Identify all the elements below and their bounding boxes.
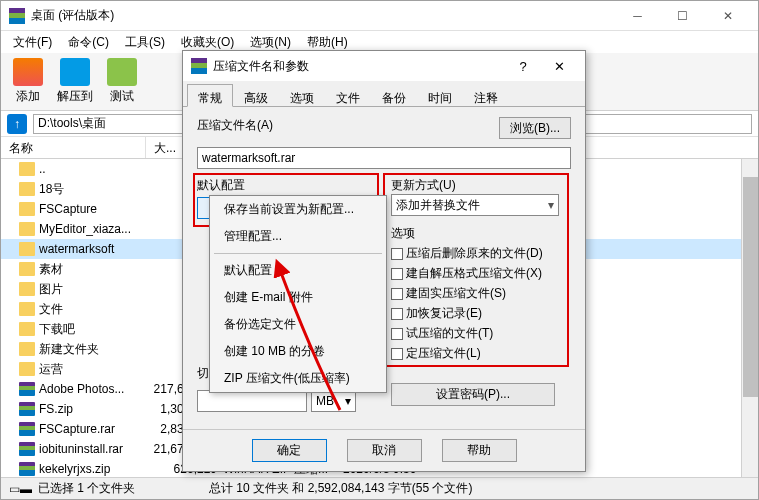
file-name: 素材 bbox=[39, 261, 147, 278]
statusbar: ▭▬已选择 1 个文件夹 总计 10 文件夹 和 2,592,084,143 字… bbox=[1, 477, 758, 499]
folder-icon bbox=[19, 322, 35, 336]
dialog-title: 压缩文件名和参数 bbox=[213, 58, 505, 75]
menu-file[interactable]: 文件(F) bbox=[5, 32, 60, 53]
dialog-footer: 确定 取消 帮助 bbox=[183, 429, 585, 471]
tab-comment[interactable]: 注释 bbox=[463, 84, 509, 106]
tab-general[interactable]: 常规 bbox=[187, 84, 233, 107]
toolbar-add[interactable]: 添加 bbox=[7, 56, 49, 107]
dialog-titlebar: 压缩文件名和参数 ? ✕ bbox=[183, 51, 585, 81]
file-name: .. bbox=[39, 162, 147, 176]
file-name: 新建文件夹 bbox=[39, 341, 147, 358]
dialog-help-button[interactable]: ? bbox=[505, 59, 541, 74]
folder-icon bbox=[19, 162, 35, 176]
folder-icon bbox=[19, 282, 35, 296]
file-name: iobituninstall.rar bbox=[39, 442, 147, 456]
file-name: Adobe Photos... bbox=[39, 382, 147, 396]
tab-advanced[interactable]: 高级 bbox=[233, 84, 279, 106]
ok-button[interactable]: 确定 bbox=[252, 439, 327, 462]
status-selected: 已选择 1 个文件夹 bbox=[38, 480, 135, 497]
toolbar-test[interactable]: 测试 bbox=[101, 56, 143, 107]
file-name: FS.zip bbox=[39, 402, 147, 416]
folder-icon bbox=[19, 242, 35, 256]
menu-save-config[interactable]: 保存当前设置为新配置... bbox=[210, 196, 386, 223]
close-button[interactable]: ✕ bbox=[705, 2, 750, 30]
file-name: FSCapture.rar bbox=[39, 422, 147, 436]
folder-icon bbox=[19, 342, 35, 356]
folder-icon bbox=[19, 202, 35, 216]
menu-tools[interactable]: 工具(S) bbox=[117, 32, 173, 53]
folder-icon bbox=[19, 302, 35, 316]
archive-name-field[interactable] bbox=[197, 147, 571, 169]
highlight-box-2 bbox=[383, 173, 569, 367]
file-name: 18号 bbox=[39, 181, 147, 198]
browse-button[interactable]: 浏览(B)... bbox=[499, 117, 571, 139]
file-name: 图片 bbox=[39, 281, 147, 298]
cancel-button[interactable]: 取消 bbox=[347, 439, 422, 462]
svg-rect-0 bbox=[9, 8, 25, 13]
maximize-button[interactable]: ☐ bbox=[660, 2, 705, 30]
toolbar-extract[interactable]: 解压到 bbox=[51, 56, 99, 107]
tab-time[interactable]: 时间 bbox=[417, 84, 463, 106]
up-button[interactable]: ↑ bbox=[7, 114, 27, 134]
menu-command[interactable]: 命令(C) bbox=[60, 32, 117, 53]
annotation-arrow bbox=[270, 250, 360, 420]
archive-icon bbox=[19, 462, 35, 476]
folder-icon bbox=[19, 222, 35, 236]
archive-icon bbox=[19, 422, 35, 436]
dialog-close-button[interactable]: ✕ bbox=[541, 59, 577, 74]
app-icon bbox=[9, 8, 25, 24]
file-name: 文件 bbox=[39, 301, 147, 318]
col-name[interactable]: 名称 bbox=[1, 137, 146, 158]
svg-rect-2 bbox=[9, 18, 25, 24]
scrollbar[interactable] bbox=[741, 159, 758, 477]
dialog-icon bbox=[191, 58, 207, 74]
svg-rect-1 bbox=[9, 13, 25, 18]
window-title: 桌面 (评估版本) bbox=[31, 7, 615, 24]
minimize-button[interactable]: ─ bbox=[615, 2, 660, 30]
folder-icon bbox=[19, 262, 35, 276]
password-button[interactable]: 设置密码(P)... bbox=[391, 383, 555, 406]
file-name: FSCapture bbox=[39, 202, 147, 216]
tab-backup[interactable]: 备份 bbox=[371, 84, 417, 106]
file-name: kekelyrjxs.zip bbox=[39, 462, 147, 476]
menu-manage-config[interactable]: 管理配置... bbox=[210, 223, 386, 250]
archive-icon bbox=[19, 442, 35, 456]
scroll-thumb[interactable] bbox=[743, 177, 758, 397]
file-name: MyEditor_xiaza... bbox=[39, 222, 147, 236]
tab-options[interactable]: 选项 bbox=[279, 84, 325, 106]
archive-icon bbox=[19, 382, 35, 396]
tab-row: 常规 高级 选项 文件 备份 时间 注释 bbox=[183, 81, 585, 107]
archive-icon bbox=[19, 402, 35, 416]
folder-icon bbox=[19, 182, 35, 196]
folder-icon bbox=[19, 362, 35, 376]
status-total: 总计 10 文件夹 和 2,592,084,143 字节(55 个文件) bbox=[209, 480, 750, 497]
tab-files[interactable]: 文件 bbox=[325, 84, 371, 106]
help-button[interactable]: 帮助 bbox=[442, 439, 517, 462]
disk-icon: ▭▬ bbox=[9, 482, 32, 496]
file-name: watermarksoft bbox=[39, 242, 147, 256]
main-titlebar: 桌面 (评估版本) ─ ☐ ✕ bbox=[1, 1, 758, 31]
file-name: 运营 bbox=[39, 361, 147, 378]
file-name: 下载吧 bbox=[39, 321, 147, 338]
